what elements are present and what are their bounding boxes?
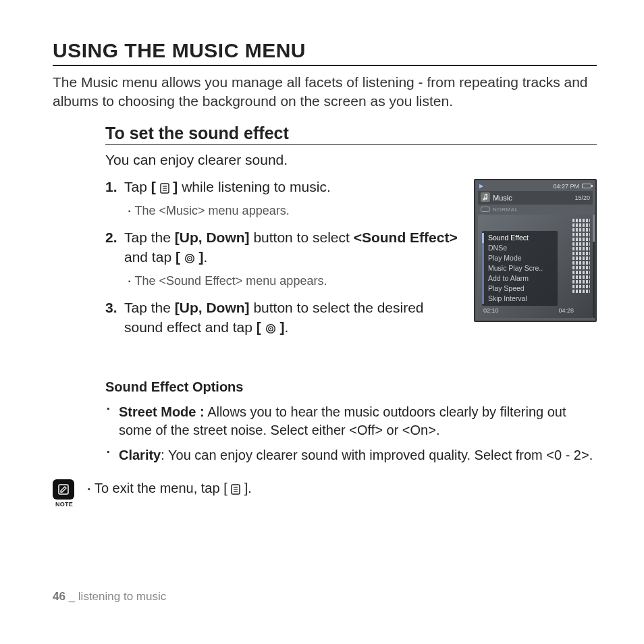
section-heading: To set the sound effect [105, 124, 597, 145]
device-menu-item: Skip Interval [482, 294, 558, 304]
select-icon [184, 250, 195, 269]
pencil-icon [57, 483, 70, 496]
device-elapsed-time: 02:10 [483, 307, 499, 314]
select-icon [265, 320, 276, 339]
intro-paragraph: The Music menu allows you manage all fac… [53, 73, 597, 111]
options-heading: Sound Effect Options [105, 379, 597, 395]
device-menu-item: Play Speed [482, 284, 558, 294]
device-scrollbar [593, 215, 595, 318]
step-1: Tap [ ] while listening to music. ▪The <… [105, 178, 466, 219]
device-menu-item: Sound Effect [482, 233, 558, 243]
bracket-close: ] [276, 319, 285, 335]
bullet-icon: ▪ [128, 277, 131, 289]
page-heading: USING THE MUSIC MENU [53, 39, 597, 66]
svg-rect-10 [481, 192, 490, 202]
note-label: NOTE [53, 501, 76, 508]
device-screenshot: ▶ 04:27 PM Music 15/20 NORMAL Sound Effe… [474, 179, 597, 322]
note-badge: NOTE [53, 479, 76, 508]
bracket-close: ] [169, 179, 178, 194]
bracket-close: ] [195, 249, 204, 265]
svg-point-9 [270, 328, 271, 329]
note-text: ▪To exit the menu, tap [ ]. [88, 479, 252, 498]
equalizer-icon [572, 219, 590, 300]
device-track-count: 15/20 [574, 194, 590, 201]
step-3: Tap the [Up, Down] button to select the … [105, 298, 466, 339]
step-2-sub: The <Sound Effect> menu appears. [135, 273, 327, 289]
step-2: Tap the [Up, Down] button to select <Sou… [105, 228, 466, 289]
section-lead: You can enjoy clearer sound. [105, 152, 597, 168]
option-clarity: Clarity: You can enjoy clearer sound wit… [105, 446, 597, 464]
device-clock: 04:27 PM [553, 183, 579, 190]
device-menu-item: Play Mode [482, 253, 558, 263]
page-number: 46 [53, 590, 65, 603]
device-menu-item: Music Play Scre.. [482, 263, 558, 273]
music-note-icon [481, 192, 490, 203]
option-street-mode: Street Mode : Allows you to hear the mus… [105, 403, 597, 439]
device-total-time: 04:28 [558, 307, 574, 314]
menu-icon [160, 180, 169, 198]
device-title: Music [493, 194, 512, 202]
bracket-open: [ [151, 179, 160, 194]
device-menu: Sound Effect DNSe Play Mode Music Play S… [482, 231, 558, 306]
bullet-icon: ▪ [88, 485, 90, 493]
battery-icon [582, 184, 591, 188]
bracket-open: [ [257, 319, 265, 335]
repeat-icon [481, 207, 490, 212]
device-play-mode: NORMAL [493, 207, 518, 213]
device-menu-item: Add to Alarm [482, 273, 558, 284]
step-1-sub: The <Music> menu appears. [135, 203, 290, 219]
bullet-icon: ▪ [128, 207, 131, 219]
bracket-open: [ [176, 249, 184, 265]
menu-icon [231, 483, 240, 498]
svg-point-6 [189, 258, 190, 259]
play-indicator-icon: ▶ [479, 183, 483, 189]
svg-rect-11 [59, 485, 68, 494]
device-menu-item: DNSe [482, 243, 558, 253]
page-footer: 46 _ listening to music [53, 590, 166, 603]
chapter-name: listening to music [78, 590, 166, 603]
